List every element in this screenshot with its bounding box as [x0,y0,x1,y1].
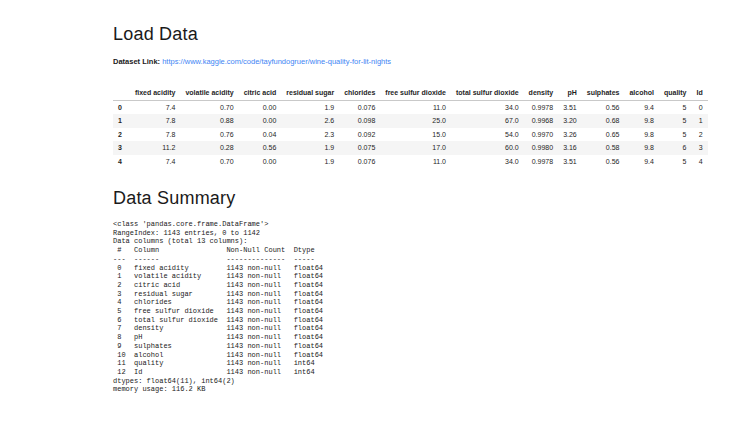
dataframe-body: 07.40.700.001.90.07611.034.00.99783.510.… [113,100,708,168]
table-cell: 0.56 [582,100,625,114]
table-cell: 3 [692,141,708,155]
table-cell: 9.4 [624,100,659,114]
table-row: 311.20.280.561.90.07517.060.00.99803.160… [113,141,708,155]
column-header: chlorides [339,86,380,100]
table-cell: 0.076 [339,100,380,114]
table-cell: 11.0 [380,155,451,169]
table-cell: 0.9978 [524,155,559,169]
dataframe-header: fixed acidityvolatile aciditycitric acid… [113,86,708,100]
table-cell: 0.00 [239,155,282,169]
row-index: 3 [113,141,130,155]
table-cell: 0.58 [582,141,625,155]
table-cell: 9.8 [624,141,659,155]
table-cell: 11.0 [380,100,451,114]
table-cell: 0.00 [239,114,282,128]
column-header: total sulfur dioxide [451,86,524,100]
table-cell: 0.04 [239,128,282,142]
dataframe-info-output: <class 'pandas.core.frame.DataFrame'> Ra… [113,220,700,394]
table-cell: 7.4 [130,155,180,169]
column-header: quality [659,86,692,100]
table-cell: 0.70 [180,100,238,114]
table-cell: 0.88 [180,114,238,128]
table-cell: 2.3 [281,128,339,142]
data-summary-heading: Data Summary [113,188,700,208]
table-cell: 0.56 [239,141,282,155]
table-cell: 0.00 [239,100,282,114]
wine-dataframe-table: fixed acidityvolatile aciditycitric acid… [113,86,708,168]
table-cell: 0 [692,100,708,114]
index-corner-header [113,86,130,100]
dataset-link-line: Dataset Link: https://www.kaggle.com/cod… [113,57,700,66]
table-cell: 0.9980 [524,141,559,155]
table-cell: 0.076 [339,155,380,169]
table-cell: 9.8 [624,114,659,128]
table-cell: 0.28 [180,141,238,155]
table-cell: 1 [692,114,708,128]
column-header: volatile acidity [180,86,238,100]
table-cell: 2 [692,128,708,142]
table-cell: 0.76 [180,128,238,142]
table-cell: 54.0 [451,128,524,142]
dataset-link[interactable]: https://www.kaggle.com/code/tayfundogrue… [162,57,391,66]
table-row: 27.80.760.042.30.09215.054.00.99703.260.… [113,128,708,142]
table-cell: 17.0 [380,141,451,155]
table-cell: 2.6 [281,114,339,128]
table-cell: 0.9968 [524,114,559,128]
table-cell: 0.075 [339,141,380,155]
table-cell: 0.65 [582,128,625,142]
table-cell: 9.8 [624,128,659,142]
load-data-section: Load Data Dataset Link: https://www.kagg… [113,24,700,168]
table-cell: 0.70 [180,155,238,169]
header-row: fixed acidityvolatile aciditycitric acid… [113,86,708,100]
table-cell: 9.4 [624,155,659,169]
column-header: sulphates [582,86,625,100]
row-index: 1 [113,114,130,128]
table-cell: 67.0 [451,114,524,128]
table-cell: 1.9 [281,155,339,169]
table-cell: 3.26 [558,128,582,142]
table-cell: 5 [659,128,692,142]
table-row: 07.40.700.001.90.07611.034.00.99783.510.… [113,100,708,114]
table-cell: 0.68 [582,114,625,128]
table-cell: 3.51 [558,155,582,169]
row-index: 0 [113,100,130,114]
table-cell: 7.8 [130,128,180,142]
table-cell: 0.9978 [524,100,559,114]
row-index: 2 [113,128,130,142]
table-cell: 7.8 [130,114,180,128]
column-header: free sulfur dioxide [380,86,451,100]
table-cell: 3.16 [558,141,582,155]
table-row: 47.40.700.001.90.07611.034.00.99783.510.… [113,155,708,169]
table-row: 17.80.880.002.60.09825.067.00.99683.200.… [113,114,708,128]
table-cell: 0.092 [339,128,380,142]
table-cell: 11.2 [130,141,180,155]
dataset-link-label: Dataset Link: [113,57,160,66]
column-header: Id [692,86,708,100]
table-cell: 25.0 [380,114,451,128]
table-cell: 34.0 [451,100,524,114]
row-index: 4 [113,155,130,169]
table-cell: 4 [692,155,708,169]
column-header: pH [558,86,582,100]
table-cell: 5 [659,114,692,128]
table-cell: 15.0 [380,128,451,142]
table-cell: 0.098 [339,114,380,128]
table-cell: 6 [659,141,692,155]
data-summary-section: Data Summary <class 'pandas.core.frame.D… [113,188,700,394]
column-header: fixed acidity [130,86,180,100]
table-cell: 34.0 [451,155,524,169]
table-cell: 3.51 [558,100,582,114]
column-header: density [524,86,559,100]
column-header: citric acid [239,86,282,100]
table-cell: 1.9 [281,141,339,155]
table-cell: 5 [659,155,692,169]
table-cell: 60.0 [451,141,524,155]
notebook-page: Load Data Dataset Link: https://www.kagg… [0,0,740,394]
table-cell: 7.4 [130,100,180,114]
column-header: alcohol [624,86,659,100]
table-cell: 5 [659,100,692,114]
column-header: residual sugar [281,86,339,100]
table-cell: 0.9970 [524,128,559,142]
table-cell: 1.9 [281,100,339,114]
table-cell: 3.20 [558,114,582,128]
